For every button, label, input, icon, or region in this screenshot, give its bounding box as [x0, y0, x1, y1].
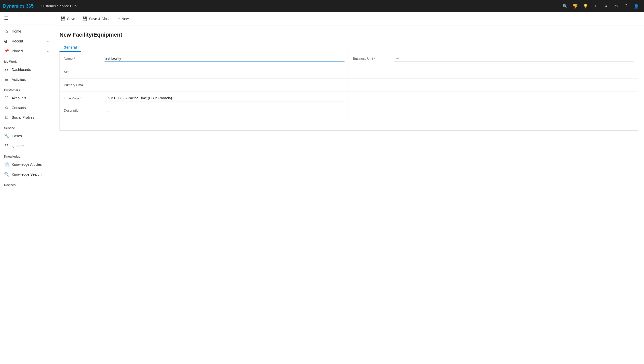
- form-cell-email: Primary Email ---: [60, 79, 349, 92]
- sidebar-item-pinned[interactable]: 📌 Pinned ⌄: [0, 46, 53, 56]
- description-label: Description: [64, 109, 104, 112]
- form-cell-timezone: Time Zone * (GMT-08:00) Pacific Time (US…: [60, 92, 349, 105]
- app-name: Customer Service Hub: [41, 4, 77, 8]
- timezone-value[interactable]: (GMT-08:00) Pacific Time (US & Canada): [104, 95, 345, 101]
- save-close-icon: 💾: [82, 16, 87, 21]
- cases-icon: 🔧: [4, 133, 9, 138]
- sidebar-item-label: Knowledge Articles: [12, 162, 42, 166]
- sidebar-item-label: Knowledge Search: [12, 172, 42, 176]
- sidebar: ☰ ⌂ Home ◕ Recent ⌄ 📌 Pinned ⌄ My Work: [0, 12, 53, 364]
- plus-icon[interactable]: +: [591, 2, 600, 11]
- sidebar-item-label: Home: [12, 29, 21, 33]
- help-icon[interactable]: ?: [622, 2, 631, 11]
- site-value[interactable]: ---: [104, 69, 345, 75]
- sidebar-item-label: Queues: [12, 144, 24, 148]
- site-label: Site: [64, 70, 104, 74]
- form-row-description: Description ---: [60, 105, 638, 130]
- social-icon: □: [4, 115, 9, 120]
- sidebar-item-label: Dashboards: [12, 68, 31, 72]
- new-label: New: [122, 17, 129, 21]
- form-cell-description-right: [349, 105, 638, 110]
- toolbar: 💾 Save 💾 Save & Close + New: [53, 12, 644, 25]
- section-header-customers: Customers: [0, 84, 53, 93]
- required-star: *: [81, 96, 82, 100]
- dynamics-logo: Dynamics 365: [3, 4, 34, 9]
- form-cell-site-right: [349, 65, 638, 78]
- sidebar-item-label: Pinned: [12, 49, 47, 53]
- sidebar-item-label: Activities: [12, 78, 26, 82]
- settings-icon[interactable]: ⚙: [611, 2, 621, 11]
- save-close-label: Save & Close: [89, 17, 111, 21]
- form-row-name: Name * Business Unit * ---: [60, 52, 638, 65]
- tabs: General: [59, 43, 638, 52]
- sidebar-item-label: Contacts: [12, 106, 26, 110]
- chevron-down-icon: ⌄: [47, 39, 49, 43]
- page-title: New Facility/Equipment: [59, 32, 638, 38]
- page-content: New Facility/Equipment General Name *: [53, 25, 644, 364]
- sidebar-item-label: Recent: [12, 39, 47, 43]
- lightbulb-icon[interactable]: 💡: [581, 2, 590, 11]
- form-cell-timezone-right: [349, 92, 638, 105]
- save-label: Save: [67, 17, 75, 21]
- dashboard-icon: ☷: [4, 67, 9, 72]
- sidebar-item-cases[interactable]: 🔧 Cases: [0, 131, 53, 141]
- chevron-down-icon: ⌄: [47, 49, 49, 53]
- sidebar-item-queues[interactable]: ☷ Queues: [0, 141, 53, 151]
- sidebar-item-contacts[interactable]: ☺ Contacts: [0, 103, 53, 113]
- content-area: 💾 Save 💾 Save & Close + New New Facility…: [53, 12, 644, 364]
- form-cell-description: Description ---: [60, 105, 349, 117]
- queues-icon: ☷: [4, 143, 9, 148]
- hamburger-icon[interactable]: ☰: [4, 16, 8, 21]
- email-label: Primary Email: [64, 83, 104, 87]
- sidebar-item-accounts[interactable]: ☷ Accounts: [0, 93, 53, 103]
- filter-icon[interactable]: ⚲: [601, 2, 610, 11]
- trophy-icon[interactable]: 🏆: [571, 2, 580, 11]
- business-unit-label: Business Unit *: [353, 57, 394, 61]
- pin-icon: 📌: [4, 49, 9, 53]
- sidebar-item-recent[interactable]: ◕ Recent ⌄: [0, 36, 53, 46]
- sidebar-nav: ⌂ Home ◕ Recent ⌄ 📌 Pinned ⌄ My Work ☷ D…: [0, 24, 53, 190]
- form-cell-business-unit: Business Unit * ---: [349, 52, 638, 65]
- knowledge-search-icon: 🔍: [4, 172, 9, 177]
- name-label: Name *: [64, 57, 104, 61]
- new-button[interactable]: + New: [115, 15, 132, 23]
- sidebar-item-activities[interactable]: ☰ Activities: [0, 74, 53, 84]
- save-button[interactable]: 💾 Save: [57, 15, 78, 23]
- activities-icon: ☰: [4, 77, 9, 82]
- brand: Dynamics 365 | Customer Service Hub: [3, 4, 77, 9]
- sidebar-item-knowledge-search[interactable]: 🔍 Knowledge Search: [0, 169, 53, 179]
- required-star: *: [74, 57, 75, 61]
- user-icon[interactable]: 👤: [632, 2, 641, 11]
- save-close-button[interactable]: 💾 Save & Close: [79, 15, 114, 23]
- sidebar-item-dashboards[interactable]: ☷ Dashboards: [0, 65, 53, 74]
- form-cell-name: Name *: [60, 52, 349, 65]
- sidebar-top: ☰: [0, 12, 53, 24]
- section-header-knowledge: Knowledge: [0, 151, 53, 159]
- nav-divider: |: [37, 4, 38, 8]
- main-layout: ☰ ⌂ Home ◕ Recent ⌄ 📌 Pinned ⌄ My Work: [0, 12, 644, 364]
- description-value[interactable]: ---: [104, 109, 345, 115]
- sidebar-item-social-profiles[interactable]: □ Social Profiles: [0, 113, 53, 122]
- section-header-service: Service: [0, 122, 53, 131]
- timezone-label: Time Zone *: [64, 96, 104, 100]
- sidebar-item-knowledge-articles[interactable]: 📄 Knowledge Articles: [0, 159, 53, 169]
- recent-icon: ◕: [4, 39, 9, 43]
- form-row-site: Site ---: [60, 65, 638, 79]
- name-input[interactable]: [104, 55, 345, 62]
- sidebar-item-label: Accounts: [12, 96, 26, 100]
- top-navigation: Dynamics 365 | Customer Service Hub 🔍 🏆 …: [0, 0, 644, 12]
- business-unit-value[interactable]: ---: [394, 55, 634, 62]
- form-section: Name * Business Unit * ---: [59, 52, 638, 131]
- top-nav-icons: 🔍 🏆 💡 + ⚲ ⚙ ? 👤: [561, 2, 641, 11]
- sidebar-item-label: Cases: [12, 134, 22, 138]
- save-icon: 💾: [61, 16, 66, 21]
- form-row-timezone: Time Zone * (GMT-08:00) Pacific Time (US…: [60, 92, 638, 105]
- section-header-devices: Devices: [0, 179, 53, 188]
- sidebar-item-label: Social Profiles: [12, 115, 34, 119]
- search-icon[interactable]: 🔍: [561, 2, 570, 11]
- email-value[interactable]: ---: [104, 82, 345, 88]
- tab-general[interactable]: General: [59, 43, 81, 52]
- accounts-icon: ☷: [4, 96, 9, 100]
- form-row-email: Primary Email ---: [60, 79, 638, 92]
- sidebar-item-home[interactable]: ⌂ Home: [0, 26, 53, 36]
